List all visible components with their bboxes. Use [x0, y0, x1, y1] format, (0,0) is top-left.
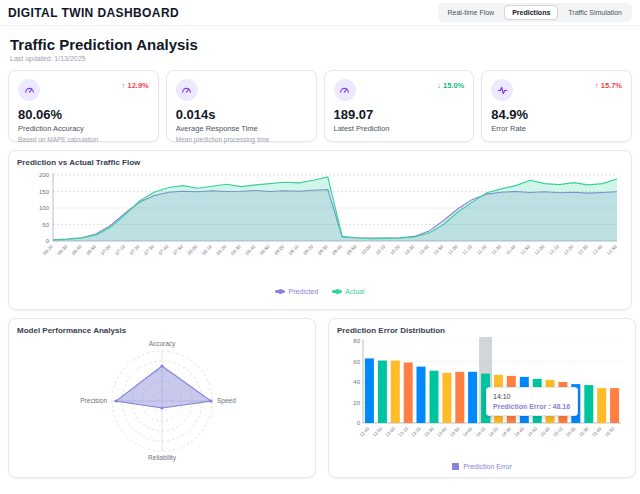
nav-predictions[interactable]: Predictions: [504, 5, 558, 20]
gauge-icon: [18, 79, 40, 101]
svg-text:09:30: 09:30: [317, 244, 329, 256]
svg-text:40: 40: [353, 379, 360, 385]
svg-text:09:00: 09:00: [273, 244, 285, 256]
legend-label: Actual: [345, 288, 364, 295]
svg-text:Precision: Precision: [80, 397, 107, 404]
svg-text:14:00: 14:00: [462, 426, 474, 438]
svg-text:12:50: 12:50: [606, 244, 618, 256]
tooltip-value: Prediction Error : 48.16: [493, 403, 571, 410]
bar-legend[interactable]: Prediction Error: [337, 463, 627, 470]
svg-text:13:00: 13:00: [385, 426, 397, 438]
prediction-error-bar-chart[interactable]: 02040608012:4012:5013:0013:1013:2013:301…: [337, 335, 627, 459]
svg-text:20: 20: [353, 400, 360, 406]
tooltip-time: 14:10: [493, 393, 571, 400]
svg-text:12:30: 12:30: [577, 244, 589, 256]
svg-text:07:50: 07:50: [172, 244, 184, 256]
prediction-vs-actual-chart[interactable]: 05010015020006:2006:3006:4006:5007:0007:…: [17, 167, 625, 283]
activity-icon: [491, 79, 513, 101]
legend-swatch: [275, 290, 285, 293]
svg-text:11:00: 11:00: [447, 244, 459, 256]
svg-text:10:10: 10:10: [375, 244, 387, 256]
svg-text:09:40: 09:40: [331, 244, 343, 256]
svg-text:13:30: 13:30: [423, 426, 435, 438]
chart-title: Model Performance Analysis: [17, 326, 307, 335]
prediction-error-card: Prediction Error Distribution 0204060801…: [328, 318, 636, 478]
page-header: Traffic Prediction Analysis Last updated…: [0, 26, 640, 66]
svg-text:14:20: 14:20: [488, 426, 500, 438]
svg-text:60: 60: [353, 359, 360, 365]
svg-text:11:20: 11:20: [476, 244, 488, 256]
view-switcher: Real-time Flow Predictions Traffic Simul…: [438, 3, 633, 22]
nav-traffic-simulation[interactable]: Traffic Simulation: [560, 5, 630, 20]
stat-card-latest-prediction: ↓ 15.0% 189.07 Latest Prediction: [324, 70, 475, 142]
legend-swatch: [452, 463, 459, 470]
stat-value: 0.014s: [176, 107, 307, 122]
stat-label: Latest Prediction: [334, 124, 465, 133]
svg-text:14:10: 14:10: [475, 426, 487, 438]
bottom-panels-row: Model Performance Analysis AccuracySpeed…: [8, 318, 632, 478]
svg-text:15:40: 15:40: [591, 426, 603, 438]
svg-text:11:40: 11:40: [505, 244, 517, 256]
stat-label: Prediction Accuracy: [18, 124, 149, 133]
stat-label: Error Rate: [491, 124, 622, 133]
svg-text:14:50: 14:50: [526, 426, 538, 438]
chart-title: Prediction vs Actual Traffic Flow: [17, 158, 623, 167]
svg-text:15:10: 15:10: [552, 426, 564, 438]
nav-realtime-flow[interactable]: Real-time Flow: [440, 5, 503, 20]
stat-label: Average Response Time: [176, 124, 307, 133]
svg-text:Accuracy: Accuracy: [149, 340, 176, 348]
svg-text:13:40: 13:40: [436, 426, 448, 438]
svg-text:15:20: 15:20: [565, 426, 577, 438]
svg-text:0: 0: [46, 238, 50, 244]
top-header: DIGITAL TWIN DASHBOARD Real-time Flow Pr…: [0, 0, 640, 26]
trend-badge: ↑ 15.7%: [595, 81, 622, 90]
trend-badge: ↑ 12.9%: [122, 81, 149, 90]
svg-text:13:50: 13:50: [449, 426, 461, 438]
svg-text:06:20: 06:20: [42, 244, 54, 256]
prediction-vs-actual-chart-card: Prediction vs Actual Traffic Flow 050100…: [8, 150, 632, 310]
svg-text:08:10: 08:10: [201, 244, 213, 256]
svg-text:10:40: 10:40: [418, 244, 430, 256]
svg-text:150: 150: [39, 189, 50, 195]
chart-title: Prediction Error Distribution: [337, 326, 627, 335]
svg-text:12:20: 12:20: [563, 244, 575, 256]
model-performance-radar-chart[interactable]: AccuracySpeedReliabilityPrecision: [17, 335, 307, 473]
stat-value: 84.9%: [491, 107, 622, 122]
svg-text:12:50: 12:50: [372, 426, 384, 438]
trend-badge: ↓ 15.0%: [437, 81, 464, 90]
legend-item-predicted[interactable]: Predicted: [275, 288, 318, 295]
svg-text:09:50: 09:50: [346, 244, 358, 256]
svg-text:11:50: 11:50: [519, 244, 531, 256]
gauge-icon: [334, 79, 356, 101]
stat-subtext: Based on MAPE calculation: [18, 136, 149, 143]
svg-text:0: 0: [357, 420, 361, 426]
svg-text:50: 50: [42, 222, 49, 228]
chart-tooltip: 14:10 Prediction Error : 48.16: [486, 387, 578, 416]
stat-cards-row: ↑ 12.9% 80.06% Prediction Accuracy Based…: [8, 70, 632, 142]
svg-text:06:30: 06:30: [57, 244, 69, 256]
svg-text:07:20: 07:20: [129, 244, 141, 256]
chart-legend: PredictedActual: [17, 288, 623, 295]
legend-label: Predicted: [288, 288, 318, 295]
svg-text:13:10: 13:10: [397, 426, 409, 438]
svg-text:12:40: 12:40: [592, 244, 604, 256]
last-updated: Last updated: 1/13/2025: [10, 55, 630, 62]
svg-text:100: 100: [39, 205, 50, 211]
svg-text:07:10: 07:10: [114, 244, 126, 256]
svg-text:11:10: 11:10: [462, 244, 474, 256]
svg-text:12:00: 12:00: [534, 244, 546, 256]
svg-text:12:40: 12:40: [359, 426, 371, 438]
svg-text:08:50: 08:50: [259, 244, 271, 256]
svg-text:15:50: 15:50: [604, 426, 616, 438]
svg-text:08:40: 08:40: [245, 244, 257, 256]
svg-text:06:50: 06:50: [85, 244, 97, 256]
model-performance-card: Model Performance Analysis AccuracySpeed…: [8, 318, 316, 478]
svg-text:10:20: 10:20: [389, 244, 401, 256]
svg-text:09:20: 09:20: [302, 244, 314, 256]
svg-text:11:30: 11:30: [491, 244, 503, 256]
svg-text:80: 80: [353, 338, 360, 344]
legend-item-actual[interactable]: Actual: [332, 288, 364, 295]
svg-text:06:40: 06:40: [71, 244, 83, 256]
svg-text:200: 200: [39, 172, 50, 178]
svg-text:07:30: 07:30: [143, 244, 155, 256]
